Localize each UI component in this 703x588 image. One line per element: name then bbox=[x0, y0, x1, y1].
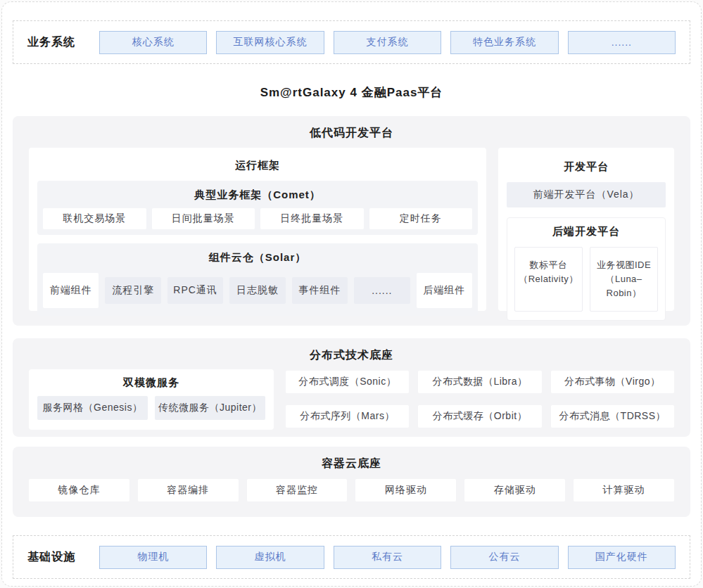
item-distributed-scheduling-sonic: 分布式调度（Sonic） bbox=[286, 371, 409, 393]
chip-domestic-hardware: 国产化硬件 bbox=[568, 546, 676, 569]
item-image-repository: 镜像仓库 bbox=[29, 479, 129, 501]
low-code-platform-section: 低代码开发平台 运行框架 典型业务框架（Comet） 联机交易场景 日间批量场景… bbox=[13, 116, 690, 326]
item-traditional-microservice-jupiter: 传统微服务（Jupiter） bbox=[155, 396, 265, 420]
infrastructure-band: 基础设施 物理机 虚拟机 私有云 公有云 国产化硬件 bbox=[13, 535, 690, 579]
low-code-platform-body: 运行框架 典型业务框架（Comet） 联机交易场景 日间批量场景 日终批量场景 … bbox=[13, 148, 690, 311]
item-storage-driver: 存储驱动 bbox=[464, 479, 565, 501]
item-log-masking: 日志脱敏 bbox=[229, 277, 285, 304]
container-base-section: 容器云底座 镜像仓库 容器编排 容器监控 网络驱动 存储驱动 计算驱动 bbox=[13, 447, 690, 517]
solar-component-card: 组件云仓（Solar） 前端组件 流程引擎 RPC通讯 日志脱敏 事件组件 ..… bbox=[37, 243, 478, 316]
item-container-monitoring: 容器监控 bbox=[247, 479, 348, 501]
dev-platform-title: 开发平台 bbox=[507, 160, 666, 174]
architecture-diagram: 业务系统 核心系统 互联网核心系统 支付系统 特色业务系统 ...... Sm@… bbox=[1, 1, 702, 587]
item-line1: 业务视图IDE bbox=[592, 258, 656, 272]
chip-internet-core-system: 互联网核心系统 bbox=[216, 31, 324, 54]
distributed-base-body: 双模微服务 服务网格（Genesis） 传统微服务（Jupiter） 分布式调度… bbox=[13, 369, 690, 430]
chip-ellipsis: ...... bbox=[568, 31, 676, 54]
distributed-base-section: 分布式技术底座 双模微服务 服务网格（Genesis） 传统微服务（Jupite… bbox=[13, 338, 690, 437]
low-code-platform-title: 低代码开发平台 bbox=[13, 116, 690, 141]
dual-mode-microservice-title: 双模微服务 bbox=[37, 376, 265, 390]
solar-items: 前端组件 流程引擎 RPC通讯 日志脱敏 事件组件 ...... 后端组件 bbox=[43, 271, 472, 310]
item-line2: （Luna–Robin） bbox=[592, 272, 656, 300]
runtime-framework-card: 运行框架 典型业务框架（Comet） 联机交易场景 日间批量场景 日终批量场景 … bbox=[29, 148, 486, 311]
item-distributed-data-libra: 分布式数据（Libra） bbox=[418, 371, 541, 393]
container-base-title: 容器云底座 bbox=[13, 447, 690, 471]
item-frontend-component: 前端组件 bbox=[43, 273, 99, 308]
item-distributed-transaction-virgo: 分布式事物（Virgo） bbox=[551, 371, 674, 393]
dual-mode-items: 服务网格（Genesis） 传统微服务（Jupiter） bbox=[37, 396, 265, 420]
item-event-component: 事件组件 bbox=[292, 277, 348, 304]
item-frontend-dev-platform-vela: 前端开发平台（Vela） bbox=[507, 182, 666, 207]
chip-core-system: 核心系统 bbox=[99, 31, 207, 54]
item-line1: 数标平台 bbox=[517, 258, 581, 272]
dev-platform-card: 开发平台 前端开发平台（Vela） 后端开发平台 数标平台 （Relativit… bbox=[498, 148, 674, 311]
chip-private-cloud: 私有云 bbox=[334, 546, 441, 569]
item-service-mesh-genesis: 服务网格（Genesis） bbox=[37, 396, 148, 420]
container-base-items: 镜像仓库 容器编排 容器监控 网络驱动 存储驱动 计算驱动 bbox=[13, 479, 690, 501]
dual-mode-microservice-card: 双模微服务 服务网格（Genesis） 传统微服务（Jupiter） bbox=[29, 369, 274, 430]
comet-framework-card: 典型业务框架（Comet） 联机交易场景 日间批量场景 日终批量场景 定时任务 bbox=[37, 181, 478, 235]
item-line2: （Relativity） bbox=[517, 272, 581, 286]
item-data-standard-platform-relativity: 数标平台 （Relativity） bbox=[514, 247, 583, 312]
item-online-transaction: 联机交易场景 bbox=[43, 208, 146, 229]
infrastructure-label: 基础设施 bbox=[27, 550, 99, 565]
comet-framework-title: 典型业务框架（Comet） bbox=[43, 188, 472, 202]
distributed-base-title: 分布式技术底座 bbox=[13, 338, 690, 363]
item-distributed-message-tdrss: 分布式消息（TDRSS） bbox=[551, 405, 674, 428]
item-scheduled-task: 定时任务 bbox=[369, 208, 473, 229]
backend-dev-items: 数标平台 （Relativity） 业务视图IDE （Luna–Robin） bbox=[514, 247, 658, 312]
chip-payment-system: 支付系统 bbox=[334, 31, 441, 54]
comet-items: 联机交易场景 日间批量场景 日终批量场景 定时任务 bbox=[43, 208, 472, 229]
chip-physical-machine: 物理机 bbox=[99, 546, 207, 569]
item-compute-driver: 计算驱动 bbox=[574, 479, 674, 501]
business-systems-label: 业务系统 bbox=[27, 35, 99, 50]
solar-component-title: 组件云仓（Solar） bbox=[43, 251, 472, 264]
distributed-items-grid: 分布式调度（Sonic） 分布式数据（Libra） 分布式事物（Virgo） 分… bbox=[286, 371, 674, 430]
item-intraday-batch: 日间批量场景 bbox=[152, 208, 255, 229]
item-backend-component: 后端组件 bbox=[417, 273, 472, 308]
chip-virtual-machine: 虚拟机 bbox=[216, 546, 324, 569]
business-systems-band: 业务系统 核心系统 互联网核心系统 支付系统 特色业务系统 ...... bbox=[13, 20, 690, 64]
backend-dev-platform-title: 后端开发平台 bbox=[514, 225, 658, 238]
item-rpc-communication: RPC通讯 bbox=[167, 277, 223, 304]
chip-special-business-system: 特色业务系统 bbox=[450, 31, 558, 54]
item-distributed-sequence-mars: 分布式序列（Mars） bbox=[286, 405, 409, 428]
item-endofday-batch: 日终批量场景 bbox=[260, 208, 364, 229]
chip-public-cloud: 公有云 bbox=[450, 546, 558, 569]
infrastructure-chips: 物理机 虚拟机 私有云 公有云 国产化硬件 bbox=[99, 546, 676, 569]
business-systems-chips: 核心系统 互联网核心系统 支付系统 特色业务系统 ...... bbox=[99, 31, 676, 54]
item-process-engine: 流程引擎 bbox=[105, 277, 160, 304]
item-business-view-ide-luna-robin: 业务视图IDE （Luna–Robin） bbox=[590, 247, 658, 312]
item-distributed-cache-orbit: 分布式缓存（Orbit） bbox=[418, 405, 541, 428]
item-network-driver: 网络驱动 bbox=[355, 479, 456, 501]
runtime-framework-title: 运行框架 bbox=[37, 159, 478, 172]
platform-title: Sm@rtGalaxy 4 金融Paas平台 bbox=[2, 84, 701, 101]
item-container-orchestration: 容器编排 bbox=[138, 479, 239, 501]
item-solar-ellipsis: ...... bbox=[354, 277, 410, 304]
backend-dev-platform-card: 后端开发平台 数标平台 （Relativity） 业务视图IDE （Luna–R… bbox=[507, 217, 666, 321]
